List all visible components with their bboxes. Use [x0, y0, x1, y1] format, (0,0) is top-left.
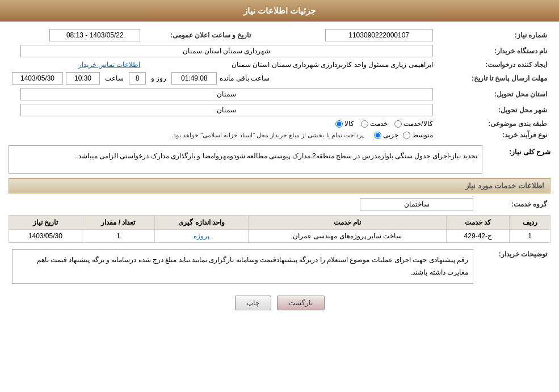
- col-quantity: تعداد / مقدار: [82, 216, 155, 230]
- page-header: جزئیات اطلاعات نیاز: [0, 0, 559, 22]
- creator-value: ابراهیمی زیاری مسئول واحد کاربردارزی شهر…: [232, 61, 433, 69]
- need-number-input[interactable]: [325, 29, 433, 41]
- process-option-jozi[interactable]: جزیی: [374, 131, 398, 139]
- process-motavasset-label: متوسط: [412, 131, 433, 139]
- service-group-input[interactable]: [360, 198, 473, 210]
- subject-option-khedmat[interactable]: خدمت: [361, 120, 388, 128]
- delivery-province-input[interactable]: [20, 88, 433, 100]
- remaining-time-input[interactable]: [171, 72, 217, 85]
- description-section-label: شرح کلی نیاز:: [488, 145, 550, 156]
- subject-kala-khedmat-label: کالا/خدمت: [404, 120, 432, 128]
- col-need-date: تاریخ نیاز: [9, 216, 82, 230]
- cell-need-date: 1403/05/30: [9, 230, 82, 243]
- buyer-name-input[interactable]: [20, 45, 433, 57]
- delivery-province-label: استان محل تحویل:: [436, 86, 550, 102]
- process-note: پرداخت تمام یا بخشی از مبلغ خریداز محل "…: [171, 132, 364, 139]
- process-motavasset-radio[interactable]: [403, 132, 410, 139]
- services-section-title: اطلاعات خدمات مورد نیاز: [9, 178, 550, 193]
- back-button[interactable]: بازگشت: [277, 296, 325, 310]
- bottom-buttons: بازگشت چاپ: [9, 290, 550, 316]
- remaining-time-label: ساعت باقی مانده: [220, 74, 270, 82]
- col-service-name: نام خدمت: [248, 216, 446, 230]
- cell-quantity: 1: [82, 230, 155, 243]
- print-button[interactable]: چاپ: [235, 296, 271, 310]
- services-table: ردیف کد خدمت نام خدمت واحد اندازه گیری ت…: [9, 215, 550, 243]
- deadline-date-input[interactable]: [12, 72, 63, 85]
- subject-option-kala-khedmat[interactable]: کالا/خدمت: [394, 120, 432, 128]
- col-row-num: ردیف: [510, 216, 550, 230]
- announce-date-label: تاریخ و ساعت اعلان عمومی:: [144, 27, 278, 43]
- creator-label: ایجاد کننده درخواست:: [436, 59, 550, 70]
- notes-label: توضیحات خریدار:: [477, 247, 550, 285]
- subject-kala-radio[interactable]: [335, 120, 343, 128]
- cell-service-code: ج-42-429: [447, 230, 510, 243]
- delivery-city-input[interactable]: [20, 104, 433, 116]
- header-title: جزئیات اطلاعات نیاز: [243, 6, 316, 15]
- subject-radio-group: کالا/خدمت خدمت کالا: [12, 120, 433, 128]
- cell-service-name: ساخت سایر پروژه‌های مهندسی عمران: [248, 230, 446, 243]
- subject-label: طبقه بندی موضوعی:: [436, 118, 550, 129]
- cell-row-num: 1: [510, 230, 550, 243]
- subject-kala-label: کالا: [344, 120, 354, 128]
- subject-kala-khedmat-radio[interactable]: [394, 120, 402, 128]
- service-group-label: گروه خدمت:: [477, 196, 550, 212]
- delivery-city-label: شهر محل تحویل:: [436, 102, 550, 118]
- time-label: ساعت: [105, 74, 124, 82]
- subject-option-kala[interactable]: کالا: [335, 120, 354, 128]
- response-deadline-label: مهلت ارسال پاسخ تا تاریخ:: [436, 70, 550, 86]
- days-input[interactable]: [129, 72, 146, 85]
- contact-link[interactable]: اطلاعات تماس خریدار: [78, 61, 141, 69]
- process-option-motavasset[interactable]: متوسط: [403, 131, 433, 139]
- process-jozi-label: جزیی: [383, 131, 398, 139]
- table-row: 1 ج-42-429 ساخت سایر پروژه‌های مهندسی عم…: [9, 230, 550, 243]
- subject-khedmat-label: خدمت: [370, 120, 388, 128]
- notes-box: رقم پیشنهادی جهت اجرای عملیات موضوع استع…: [12, 249, 473, 284]
- need-number-label: شماره نیاز:: [436, 27, 550, 43]
- announce-date-input[interactable]: [49, 29, 140, 41]
- buyer-name-label: نام دستگاه خریدار:: [436, 43, 550, 59]
- days-label: روز و: [151, 74, 166, 82]
- col-unit: واحد اندازه گیری: [155, 216, 249, 230]
- time-input[interactable]: [66, 72, 100, 85]
- subject-khedmat-radio[interactable]: [361, 120, 368, 128]
- process-label: نوع فرآیند خرید:: [436, 129, 550, 141]
- description-box: تجدید نیاز-اجرای جدول سنگی بلوارمدرس در …: [9, 145, 482, 174]
- col-service-code: کد خدمت: [447, 216, 510, 230]
- cell-unit: پروژه: [155, 230, 249, 243]
- process-jozi-radio[interactable]: [374, 132, 381, 139]
